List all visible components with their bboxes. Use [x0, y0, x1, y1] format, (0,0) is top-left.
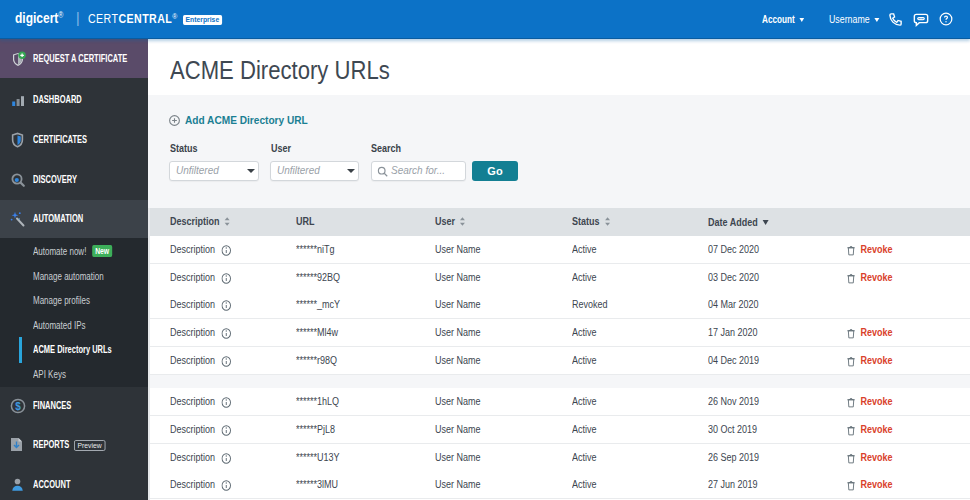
svg-text:$: $	[15, 401, 21, 412]
